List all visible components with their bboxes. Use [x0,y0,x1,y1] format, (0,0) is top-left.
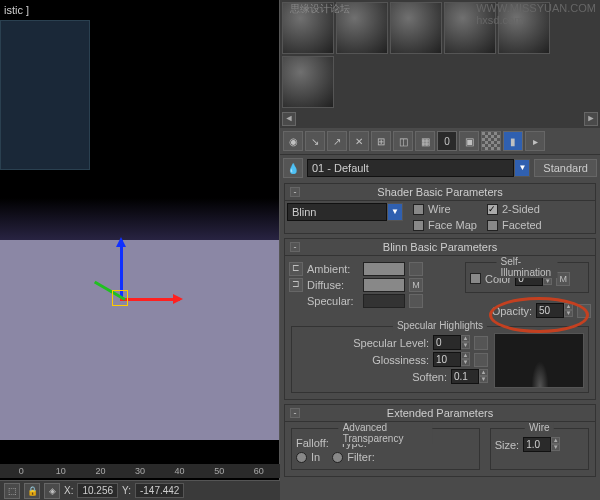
soften-label: Soften: [296,371,447,383]
facemap-checkbox[interactable] [413,220,424,231]
highlight-preview [494,333,584,388]
color-checkbox[interactable] [470,273,481,284]
blinn-basic-rollout: - Blinn Basic Parameters ⊏ Ambient: ⊐ [284,238,596,400]
filter-label: Filter: [347,451,375,463]
opacity-spinner[interactable]: 50 ▲▼ [536,303,573,318]
put-to-scene-icon[interactable]: ↘ [305,131,325,151]
self-illum-group: Self-Illumination Color 0 ▲▼ M [465,262,589,293]
selection-lock-icon[interactable]: ⬚ [4,483,20,499]
wire-size-spinner[interactable]: 1.0 ▲▼ [523,437,560,452]
diffuse-lock-icon[interactable]: ⊐ [289,278,303,292]
spec-level-map-btn[interactable] [474,336,488,350]
reset-icon[interactable]: ✕ [349,131,369,151]
put-library-icon[interactable]: ▦ [415,131,435,151]
material-slot[interactable] [282,56,334,108]
specular-label: Specular: [307,295,359,307]
transform-gizmo[interactable] [80,240,180,340]
pick-material-icon[interactable]: 💧 [283,158,303,178]
in-label: In [311,451,320,463]
facemap-label: Face Map [428,219,477,231]
size-label: Size: [495,439,519,451]
timeline[interactable]: 0 10 20 30 40 50 60 [0,464,280,478]
opacity-map-btn[interactable] [577,304,591,318]
material-name-dropdown[interactable]: ▼ [514,159,530,177]
timeline-mark: 30 [121,466,160,476]
rollout-header[interactable]: - Shader Basic Parameters [285,184,595,201]
2sided-checkbox[interactable] [487,204,498,215]
soften-spinner[interactable]: 0.1 ▲▼ [451,369,488,384]
wire-title: Wire [525,422,554,433]
material-name-input[interactable] [307,159,514,177]
x-value[interactable]: 10.256 [77,483,118,498]
viewport-label: istic ] [4,4,29,16]
gizmo-box[interactable] [112,290,128,306]
timeline-mark: 10 [42,466,81,476]
material-id-icon[interactable]: 0 [437,131,457,151]
wire-group: Wire Size: 1.0 ▲▼ [490,428,589,470]
lock-icon[interactable]: 🔒 [24,483,40,499]
ambient-lock-icon[interactable]: ⊏ [289,262,303,276]
wire-checkbox[interactable] [413,204,424,215]
assign-icon[interactable]: ↗ [327,131,347,151]
snap-icon[interactable]: ◈ [44,483,60,499]
adv-trans-title: Advanced Transparency [339,422,432,444]
go-forward-icon[interactable]: ▸ [525,131,545,151]
timeline-mark: 0 [2,466,41,476]
viewport-panel: istic ] 0 10 20 30 40 50 60 ⬚ 🔒 ◈ X: 1 [0,0,280,500]
self-illum-title: Self-Illumination [497,256,558,278]
x-label: X: [64,485,73,496]
y-value[interactable]: -147.442 [135,483,184,498]
timeline-mark: 60 [239,466,278,476]
watermark-cn: 思缘设计论坛 [290,2,350,16]
adv-transparency-group: Advanced Transparency Falloff: Type: In … [291,428,480,470]
show-map-icon[interactable]: ▣ [459,131,479,151]
ambient-label: Ambient: [307,263,359,275]
spec-level-spinner[interactable]: 0 ▲▼ [433,335,470,350]
ambient-map-btn[interactable] [409,262,423,276]
faceted-checkbox[interactable] [487,220,498,231]
specular-highlights-group: Specular Highlights Specular Level: 0 ▲▼ [291,326,589,393]
scroll-left-icon[interactable]: ◄ [282,112,296,126]
rollout-header[interactable]: - Extended Parameters [285,405,595,422]
go-parent-icon[interactable]: ▮ [503,131,523,151]
wire-label: Wire [428,203,451,215]
material-slot[interactable] [390,2,442,54]
rollout-toggle-icon[interactable]: - [290,408,300,418]
rollout-header[interactable]: - Blinn Basic Parameters [285,239,595,256]
spec-level-label: Specular Level: [296,337,429,349]
show-end-result-icon[interactable] [481,131,501,151]
glossiness-spinner[interactable]: 10 ▲▼ [433,352,470,367]
shader-dropdown-icon[interactable]: ▼ [387,203,403,221]
viewport-3d[interactable] [0,0,279,440]
in-radio[interactable] [296,452,307,463]
material-type-button[interactable]: Standard [534,159,597,177]
faceted-label: Faceted [502,219,542,231]
watermark-url: WWW.MISSYUAN.COMhxsd.com [476,2,596,26]
timeline-mark: 40 [160,466,199,476]
glossiness-map-btn[interactable] [474,353,488,367]
diffuse-label: Diffuse: [307,279,359,291]
make-unique-icon[interactable]: ◫ [393,131,413,151]
glossiness-label: Glossiness: [296,354,429,366]
scroll-right-icon[interactable]: ► [584,112,598,126]
timeline-mark: 20 [81,466,120,476]
shader-type-select[interactable] [287,203,387,221]
y-label: Y: [122,485,131,496]
specular-color[interactable] [363,294,405,308]
slot-scrollbar[interactable]: ◄ ► [280,110,600,128]
copy-icon[interactable]: ⊞ [371,131,391,151]
filter-radio[interactable] [332,452,343,463]
get-material-icon[interactable]: ◉ [283,131,303,151]
material-editor: ◄ ► ◉ ↘ ↗ ✕ ⊞ ◫ ▦ 0 ▣ ▮ ▸ 💧 ▼ Standard [280,0,600,500]
diffuse-map-btn[interactable]: M [409,278,423,292]
specular-map-btn[interactable] [409,294,423,308]
rollout-toggle-icon[interactable]: - [290,187,300,197]
status-bar: ⬚ 🔒 ◈ X: 10.256 Y: -147.442 [0,480,280,500]
selfillum-map-btn[interactable]: M [556,272,570,286]
axis-x[interactable] [120,298,180,301]
ambient-color[interactable] [363,262,405,276]
diffuse-color[interactable] [363,278,405,292]
material-toolbar: ◉ ↘ ↗ ✕ ⊞ ◫ ▦ 0 ▣ ▮ ▸ [280,128,600,155]
rollout-toggle-icon[interactable]: - [290,242,300,252]
spec-highlights-title: Specular Highlights [393,320,487,331]
